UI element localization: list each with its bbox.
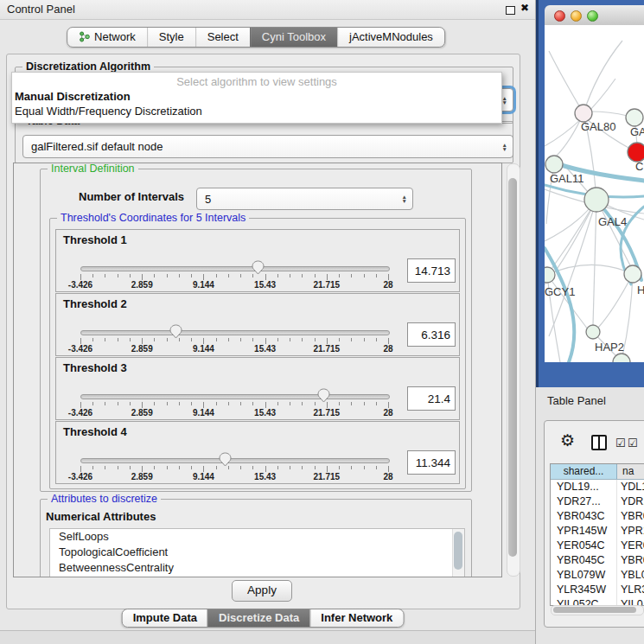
threshold-panel: Threshold 1 -3.4262.8599.14415.4321.7152… bbox=[55, 229, 460, 292]
cell-name[interactable]: YLR3 bbox=[616, 583, 644, 597]
window-close-button[interactable] bbox=[554, 10, 565, 22]
scrollbar-thumb[interactable] bbox=[508, 178, 517, 557]
attributes-group: Attributes to discretize Numerical Attri… bbox=[40, 499, 472, 577]
slider-track[interactable] bbox=[80, 394, 390, 399]
cell-name[interactable]: YBR0 bbox=[616, 553, 644, 568]
columns-icon[interactable] bbox=[591, 435, 607, 450]
cell-shared-name[interactable]: YBR045C bbox=[551, 553, 616, 568]
table-data-combobox[interactable]: galFiltered.sif default node ▲▼ bbox=[22, 135, 513, 158]
network-node-hap2[interactable] bbox=[586, 325, 600, 339]
cell-shared-name[interactable]: YDL19... bbox=[551, 480, 616, 494]
float-window-icon[interactable] bbox=[506, 6, 515, 15]
table-row[interactable]: YDR27...YDR2 bbox=[551, 494, 644, 509]
list-item[interactable]: SelfLoops bbox=[50, 529, 464, 545]
tab-label: jActiveMNodules bbox=[349, 30, 433, 43]
slider-thumb-icon[interactable] bbox=[219, 452, 232, 467]
number-of-intervals-combobox[interactable]: 5 ▲▼ bbox=[196, 188, 413, 210]
tab-network[interactable]: Network bbox=[67, 28, 147, 47]
node-label: GAL4 bbox=[598, 215, 627, 228]
panel-bottom-strip bbox=[0, 630, 535, 644]
slider-thumb-icon[interactable] bbox=[169, 324, 182, 339]
slider-track[interactable] bbox=[80, 266, 390, 271]
slider-thumb-icon[interactable] bbox=[252, 260, 265, 275]
network-node-gal4[interactable] bbox=[584, 188, 609, 212]
column-header-shared-name[interactable]: shared... bbox=[551, 464, 617, 479]
table-row[interactable]: YDL19...YDL1 bbox=[551, 480, 644, 494]
slider-thumb-icon[interactable] bbox=[317, 388, 330, 403]
network-canvas[interactable]: GAL80GACGAL11GAL4GCY1HHAP2 bbox=[545, 25, 644, 362]
network-icon bbox=[79, 31, 90, 42]
checkbox-icon[interactable]: ☑ bbox=[615, 437, 626, 450]
slider-track[interactable] bbox=[80, 458, 390, 463]
network-window-titlebar[interactable] bbox=[545, 5, 644, 26]
threshold-value-field[interactable]: 6.316 bbox=[407, 322, 456, 347]
bottom-tab-discretize-data[interactable]: Discretize Data bbox=[207, 609, 309, 627]
cell-shared-name[interactable]: YBR043C bbox=[551, 509, 616, 524]
list-item[interactable]: TopologicalCoefficient bbox=[50, 545, 464, 560]
cyni-toolbox-panel: Discretization Algorithm ▲▼ Select algor… bbox=[6, 54, 520, 609]
interval-definition-group: Interval Definition Number of Intervals … bbox=[40, 169, 472, 492]
table-data-selected: galFiltered.sif default node bbox=[31, 140, 163, 153]
list-item[interactable]: BetweennessCentrality bbox=[50, 560, 464, 576]
table-row[interactable]: YPR145WYPR1 bbox=[551, 524, 644, 539]
bottom-tab-impute-data[interactable]: Impute Data bbox=[123, 609, 207, 627]
close-icon[interactable]: ✖ bbox=[520, 2, 529, 14]
cell-name[interactable]: YPR1 bbox=[616, 524, 644, 539]
checkbox-icon[interactable]: ☑ bbox=[628, 437, 638, 450]
tick-label: 9.144 bbox=[193, 344, 214, 354]
cell-shared-name[interactable]: YDR27... bbox=[551, 494, 616, 509]
table-row[interactable]: YBL079WYBL0 bbox=[551, 568, 644, 583]
table-row[interactable]: YBR045CYBR0 bbox=[551, 553, 644, 568]
network-node-gal11[interactable] bbox=[545, 156, 563, 173]
slider-track[interactable] bbox=[80, 330, 390, 335]
network-edge[interactable] bbox=[591, 112, 628, 116]
threshold-value-field[interactable]: 11.344 bbox=[407, 450, 456, 475]
scrollbar-thumb[interactable] bbox=[553, 607, 636, 613]
window-minimize-button[interactable] bbox=[571, 10, 582, 22]
apply-button[interactable]: Apply bbox=[232, 580, 292, 602]
network-edge[interactable] bbox=[598, 274, 633, 328]
list-scrollbar[interactable] bbox=[452, 529, 464, 577]
table-row[interactable]: YLR345WYLR3 bbox=[551, 583, 644, 597]
bottom-tab-infer-network[interactable]: Infer Network bbox=[309, 609, 403, 627]
threshold-panel: Threshold 3 -3.4262.8599.14415.4321.7152… bbox=[55, 357, 460, 420]
cell-name[interactable]: YDR2 bbox=[616, 494, 644, 509]
threshold-value-field[interactable]: 14.713 bbox=[407, 258, 456, 283]
cell-name[interactable]: YDL1 bbox=[616, 480, 644, 494]
network-node-gcy1[interactable] bbox=[545, 267, 555, 283]
cell-shared-name[interactable]: YER054C bbox=[551, 539, 616, 553]
network-node-gal80[interactable] bbox=[575, 105, 592, 122]
tab-jactivemnodules[interactable]: jActiveMNodules bbox=[337, 28, 444, 47]
tab-style[interactable]: Style bbox=[147, 28, 195, 47]
tick-label: 9.144 bbox=[193, 472, 214, 481]
window-zoom-button[interactable] bbox=[587, 10, 598, 22]
cell-name[interactable]: YBR0 bbox=[616, 509, 644, 524]
cell-name[interactable]: YBL0 bbox=[616, 568, 644, 583]
numerical-attributes-list[interactable]: SelfLoopsTopologicalCoefficientBetweenne… bbox=[49, 528, 465, 577]
tick-label: 2.859 bbox=[131, 280, 153, 290]
table-row[interactable]: YBR043CYBR0 bbox=[551, 509, 644, 524]
tick-label: 28 bbox=[383, 408, 392, 418]
cell-name[interactable]: YER0 bbox=[616, 539, 644, 553]
table-row[interactable]: YER054CYER0 bbox=[551, 539, 644, 553]
network-edge[interactable] bbox=[583, 41, 622, 113]
tab-select[interactable]: Select bbox=[195, 28, 250, 47]
table-horizontal-scrollbar[interactable] bbox=[551, 605, 644, 615]
cell-shared-name[interactable]: YBL079W bbox=[551, 568, 616, 583]
cell-shared-name[interactable]: YPR145W bbox=[551, 524, 616, 539]
network-node-h[interactable] bbox=[624, 265, 641, 283]
gear-icon[interactable]: ⚙ bbox=[560, 430, 575, 450]
dropdown-option-manual-discretization[interactable]: Manual Discretization bbox=[15, 90, 131, 103]
column-header-name[interactable]: na bbox=[617, 464, 644, 479]
threshold-value-field[interactable]: 21.4 bbox=[407, 386, 456, 411]
settings-scrollbar[interactable] bbox=[507, 163, 520, 577]
dropdown-option-equal-width-frequency[interactable]: Equal Width/Frequency Discretization bbox=[15, 105, 202, 118]
cell-shared-name[interactable]: YLR345W bbox=[551, 583, 616, 597]
network-edge[interactable] bbox=[549, 51, 583, 113]
tick-label: 2.859 bbox=[131, 408, 153, 418]
network-node-c[interactable] bbox=[628, 143, 644, 162]
network-node-ga[interactable] bbox=[626, 109, 643, 126]
tab-cyni-toolbox[interactable]: Cyni Toolbox bbox=[250, 28, 337, 47]
network-edge[interactable] bbox=[593, 200, 596, 325]
threshold-label: Threshold 1 bbox=[63, 233, 127, 246]
